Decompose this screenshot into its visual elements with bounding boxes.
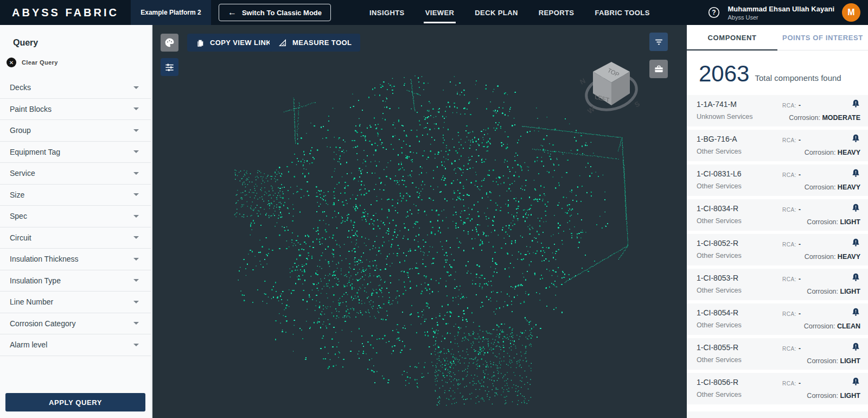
component-name: 1-1A-741-M <box>697 100 861 109</box>
corrosion-line: Corrosion: MODERATE <box>789 114 860 122</box>
corrosion-label: Corrosion: <box>805 253 838 261</box>
component-row[interactable]: 1-CI-8054-R Other Services RCA: - Corros… <box>687 303 868 335</box>
chevron-down-icon <box>133 193 139 196</box>
filter-label: Insulation Thickness <box>10 255 79 263</box>
switch-classic-mode-button[interactable]: ← Switch To Classic Mode <box>219 4 331 21</box>
chevron-down-icon <box>133 129 139 132</box>
rca-label: RCA: <box>782 311 796 317</box>
rca-value: - <box>799 310 801 318</box>
filter-accordion-item[interactable]: Size <box>0 185 151 206</box>
alarm-bell-icon[interactable] <box>851 273 860 282</box>
query-title: Query <box>0 25 151 51</box>
user-block[interactable]: Muhammad Ehsan Ullah Kayani Abyss User <box>728 5 835 21</box>
chevron-down-icon <box>133 215 139 218</box>
chevron-down-icon <box>133 344 139 346</box>
user-name: Muhammad Ehsan Ullah Kayani <box>728 5 835 13</box>
component-row[interactable]: 1-CI-8055-R Other Services RCA: - Corros… <box>687 338 868 370</box>
corrosion-label: Corrosion: <box>804 322 837 330</box>
rca-value: - <box>799 102 801 109</box>
component-row[interactable]: 1-CI-8034-R Other Services RCA: - Corros… <box>687 199 868 231</box>
nav-item-label: DECK PLAN <box>475 9 518 17</box>
panel-tab[interactable]: COMPONENT <box>687 25 777 50</box>
component-name: 1-CI-0831-L6 <box>697 169 861 178</box>
user-role: Abyss User <box>728 14 835 21</box>
corrosion-line: Corrosion: HEAVY <box>805 149 860 156</box>
component-row[interactable]: 1-CI-8056-R Other Services RCA: - Corros… <box>687 373 868 404</box>
corrosion-line: Corrosion: LIGHT <box>807 357 860 365</box>
filter-label: Size <box>10 191 24 199</box>
left-arrow-icon: ← <box>228 8 237 17</box>
copy-view-link-label: COPY VIEW LINK <box>210 39 271 47</box>
filter-accordion-item[interactable]: Paint Blocks <box>0 99 151 121</box>
display-settings-button[interactable] <box>161 58 178 76</box>
panel-tab-label: POINTS OF INTEREST <box>782 34 863 42</box>
component-row[interactable]: 1-CI-8052-R Other Services RCA: - Corros… <box>687 234 868 265</box>
alarm-bell-icon[interactable] <box>851 307 860 316</box>
query-sidebar: Query ✕ Clear Query Decks Paint Blocks G… <box>0 25 152 418</box>
chevron-down-icon <box>133 279 139 282</box>
panel-tab[interactable]: POINTS OF INTEREST <box>777 25 868 50</box>
filter-accordion-item[interactable]: Spec <box>0 206 151 227</box>
corrosion-label: Corrosion: <box>805 183 838 191</box>
nav-item[interactable]: FABRIC TOOLS <box>584 0 660 25</box>
alarm-bell-icon[interactable] <box>851 203 860 212</box>
component-row[interactable]: 1-CI-0831-L6 Other Services RCA: - Corro… <box>687 164 868 196</box>
filter-accordion-item[interactable]: Circuit <box>0 227 151 249</box>
total-count-label: Total components found <box>755 73 841 85</box>
alarm-bell-icon[interactable] <box>851 238 860 247</box>
alarm-bell-icon[interactable] <box>851 168 860 178</box>
measure-tool-button[interactable]: MEASURE TOOL <box>270 34 360 52</box>
cube-faces[interactable]: TOP LEFT <box>593 62 630 105</box>
nav-item[interactable]: VIEWER <box>415 0 465 25</box>
rca-group: RCA: - <box>782 206 801 213</box>
platform-selector[interactable]: Example Platform 2 <box>131 0 211 25</box>
alarm-bell-icon[interactable] <box>851 342 860 351</box>
panel-tab-label: COMPONENT <box>708 34 757 42</box>
rca-label: RCA: <box>782 381 796 387</box>
filter-accordion-item[interactable]: Equipment Tag <box>0 142 151 163</box>
filter-accordion-item[interactable]: Alarm level <box>0 334 151 356</box>
apply-query-button[interactable]: APPLY QUERY <box>5 393 145 411</box>
svg-text:?: ? <box>712 9 716 16</box>
corrosion-value: CLEAN <box>837 322 860 330</box>
component-row[interactable]: 1-CI-8053-R Other Services RCA: - Corros… <box>687 269 868 300</box>
help-icon[interactable]: ? <box>707 6 720 19</box>
component-name: 1-CI-8056-R <box>697 378 861 387</box>
nav-item[interactable]: REPORTS <box>528 0 585 25</box>
navigation-cube[interactable]: N W S TOP LEFT <box>569 50 650 122</box>
main-nav: INSIGHTS VIEWER DECK PLAN REPORTS FABRIC… <box>359 0 660 25</box>
corrosion-line: Corrosion: LIGHT <box>807 392 860 400</box>
rca-value: - <box>799 136 801 144</box>
toolbox-button[interactable] <box>649 60 668 78</box>
filter-accordion-item[interactable]: Service <box>0 163 151 185</box>
filter-results-button[interactable] <box>649 33 668 51</box>
filter-accordion-item[interactable]: Insulation Thickness <box>0 249 151 270</box>
corrosion-label: Corrosion: <box>805 149 838 156</box>
avatar[interactable]: M <box>842 3 860 22</box>
filter-accordion-item[interactable]: Group <box>0 120 151 142</box>
clear-query-button[interactable]: ✕ Clear Query <box>0 51 151 74</box>
rca-label: RCA: <box>782 242 796 248</box>
palette-icon <box>164 37 175 48</box>
corrosion-line: Corrosion: HEAVY <box>805 183 860 191</box>
viewer-3d[interactable]: COPY VIEW LINK MEASURE TOOL N W S <box>152 25 687 418</box>
filter-label: Circuit <box>10 233 31 242</box>
alarm-bell-icon[interactable] <box>851 99 860 108</box>
filter-accordion-item[interactable]: Corrosion Category <box>0 313 151 335</box>
copy-view-link-button[interactable]: COPY VIEW LINK <box>187 34 280 52</box>
palette-button[interactable] <box>161 34 178 52</box>
component-row[interactable]: 1-BG-716-A Other Services RCA: - Corrosi… <box>687 130 868 161</box>
filter-accordion-item[interactable]: Line Number <box>0 292 151 313</box>
avatar-initial: M <box>847 8 854 17</box>
alarm-bell-icon[interactable] <box>851 134 860 143</box>
chevron-down-icon <box>133 322 139 325</box>
alarm-bell-icon[interactable] <box>851 377 860 386</box>
filter-label: Equipment Tag <box>10 148 60 156</box>
filter-accordion-item[interactable]: Insulation Type <box>0 270 151 292</box>
nav-item[interactable]: DECK PLAN <box>464 0 528 25</box>
corrosion-line: Corrosion: HEAVY <box>805 253 860 261</box>
nav-item[interactable]: INSIGHTS <box>359 0 415 25</box>
filter-label: Paint Blocks <box>10 105 52 113</box>
filter-accordion-item[interactable]: Decks <box>0 77 151 99</box>
component-row[interactable]: 1-1A-741-M Unknown Services RCA: - Corro… <box>687 95 868 126</box>
